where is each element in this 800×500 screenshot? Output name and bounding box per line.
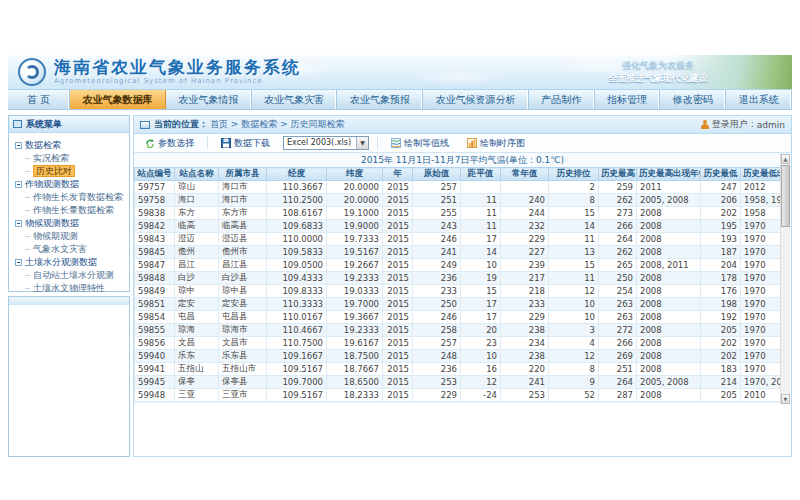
table-cell: 12: [549, 350, 599, 363]
sidebar-item-phenology-record[interactable]: 物候期观测: [15, 230, 127, 243]
sidebar-item-crop-growth-amount[interactable]: 作物生长量数据检索: [15, 204, 127, 217]
table-cell: 202: [701, 350, 741, 363]
scrollbar-thumb[interactable]: [781, 165, 790, 227]
table-cell: 59849: [135, 285, 175, 298]
sidebar-item-label: 作物生长发育数据检索: [33, 192, 123, 202]
scroll-down-arrow-icon[interactable]: ▼: [781, 394, 790, 404]
sidebar-item-hydro-disaster[interactable]: 气象水文灾害: [15, 243, 127, 256]
column-header: 历史最低出现年份: [741, 168, 782, 181]
nav-tab-agro-info[interactable]: 农业气象情报: [166, 90, 252, 109]
table-cell: 2015: [383, 181, 413, 194]
sidebar-item-label: 作物观测数据: [25, 178, 79, 191]
sidebar-item-data-retrieval[interactable]: 数据检索: [15, 139, 127, 152]
breadcrumb[interactable]: 首页 > 数据检索 > 历史同期检索: [210, 118, 345, 131]
sidebar-item-crop-observation[interactable]: 作物观测数据: [15, 178, 127, 191]
app-subtitle: Agrometeorological System of Hainan Prov…: [54, 77, 301, 85]
chevron-down-icon[interactable]: ▼: [356, 137, 368, 149]
table-cell: 241: [501, 376, 549, 389]
table-cell: 1970, 2000: [741, 376, 782, 389]
table-cell: [461, 181, 501, 194]
table-cell: 59848: [135, 272, 175, 285]
scroll-up-arrow-icon[interactable]: ▲: [781, 154, 790, 164]
table-cell: 2015: [383, 259, 413, 272]
table-cell: 23: [461, 337, 501, 350]
table-cell: 琼山: [175, 181, 219, 194]
nav-tab-change-password[interactable]: 修改密码: [660, 90, 726, 109]
table-cell: 236: [413, 272, 461, 285]
table-cell: 儋州市: [219, 246, 267, 259]
download-button[interactable]: 数据下载: [216, 135, 275, 152]
column-header: 站点编号: [135, 168, 175, 181]
table-cell: 110.0167: [267, 311, 327, 324]
format-select[interactable]: Excel 2003(.xls) ▼: [283, 136, 369, 150]
vertical-scrollbar[interactable]: ▲ ▼: [780, 154, 790, 404]
table-cell: 白沙: [175, 272, 219, 285]
sidebar-item-soil-physical[interactable]: 土壤水文物理特性: [15, 282, 127, 295]
sidebar-item-live-search[interactable]: 实况检索: [15, 152, 127, 165]
nav-tab-logout[interactable]: 退出系统: [726, 90, 792, 109]
table-cell: 110.3333: [267, 298, 327, 311]
table-cell: 海口市: [219, 181, 267, 194]
collapse-icon[interactable]: [15, 220, 22, 227]
table-cell: 1970: [741, 220, 782, 233]
table-cell: 11: [549, 233, 599, 246]
table-cell: 琼中: [175, 285, 219, 298]
table-cell: 10: [461, 259, 501, 272]
nav-tab-agro-database[interactable]: 农业气象数据库: [70, 90, 166, 109]
table-cell: 18.7667: [327, 363, 383, 376]
table-cell: 59758: [135, 194, 175, 207]
sidebar-item-phenology-observation[interactable]: 物候观测数据: [15, 217, 127, 230]
draw-timeseries-button[interactable]: 绘制时序图: [462, 135, 530, 152]
table-cell: 1958, 1970: [741, 194, 782, 207]
nav-tab-agro-disaster[interactable]: 农业气象灾害: [252, 90, 338, 109]
table-cell: 11: [549, 272, 599, 285]
collapse-icon[interactable]: [15, 259, 22, 266]
table-row: 59848白沙白沙县109.433319.2333201523619217112…: [135, 272, 782, 285]
table-row: 59854屯昌屯昌县110.016719.3667201524617229102…: [135, 311, 782, 324]
table-cell: 109.0500: [267, 259, 327, 272]
table-cell: 265: [599, 259, 637, 272]
table-cell: 定安: [175, 298, 219, 311]
table-cell: 10: [549, 311, 599, 324]
table-cell: 204: [701, 259, 741, 272]
table-cell: 19.7000: [327, 298, 383, 311]
table-cell: 保亭: [175, 376, 219, 389]
table-cell: 59854: [135, 311, 175, 324]
table-cell: 287: [599, 389, 637, 402]
table-cell: 12: [549, 285, 599, 298]
collapse-icon[interactable]: [15, 181, 22, 188]
app-title: 海南省农业气象业务服务系统: [54, 57, 301, 77]
sidebar-item-history-compare[interactable]: 历史比对: [15, 165, 127, 178]
sidebar-item-soil-moisture[interactable]: 土壤水分观测数据: [15, 256, 127, 269]
collapse-icon[interactable]: [15, 142, 22, 149]
table-cell: 109.8333: [267, 285, 327, 298]
sidebar-item-crop-growth-dev[interactable]: 作物生长发育数据检索: [15, 191, 127, 204]
table-cell: 2015: [383, 233, 413, 246]
nav-tab-home[interactable]: 首 页: [8, 90, 70, 109]
nav-tab-index-manage[interactable]: 指标管理: [595, 90, 661, 109]
draw-contour-button[interactable]: 绘制等值线: [386, 135, 454, 152]
table-cell: 59847: [135, 259, 175, 272]
sidebar-menu-panel: 系统菜单 数据检索实况检索历史比对作物观测数据作物生长发育数据检索作物生长量数据…: [8, 115, 130, 292]
table-cell: 238: [501, 350, 549, 363]
table-cell: 11: [461, 194, 501, 207]
table-cell: 17: [461, 233, 501, 246]
param-select-button[interactable]: 参数选择: [140, 135, 199, 152]
table-cell: 4: [549, 337, 599, 350]
nav-tab-climate-analysis[interactable]: 农业气候资源分析: [423, 90, 529, 109]
sidebar-item-label: 土壤水分观测数据: [25, 256, 97, 269]
table-cell: 11: [461, 220, 501, 233]
nav-tab-agro-forecast[interactable]: 农业气象预报: [337, 90, 423, 109]
table-cell: 15: [549, 259, 599, 272]
table-cell: 1970: [741, 259, 782, 272]
nav-tab-product-making[interactable]: 产品制作: [529, 90, 595, 109]
table-cell: 12: [461, 376, 501, 389]
table-cell: 218: [501, 285, 549, 298]
table-cell: 202: [701, 207, 741, 220]
table-cell: 253: [501, 389, 549, 402]
sidebar-item-label: 实况检索: [33, 153, 69, 163]
banner-slogan: 强化气象为农服务 全面推进气象现代化建设: [568, 59, 748, 85]
toolbar-separator: [377, 137, 378, 149]
table-cell: 259: [599, 181, 637, 194]
sidebar-item-auto-soil-moisture[interactable]: 自动站土壤水分观测: [15, 269, 127, 282]
